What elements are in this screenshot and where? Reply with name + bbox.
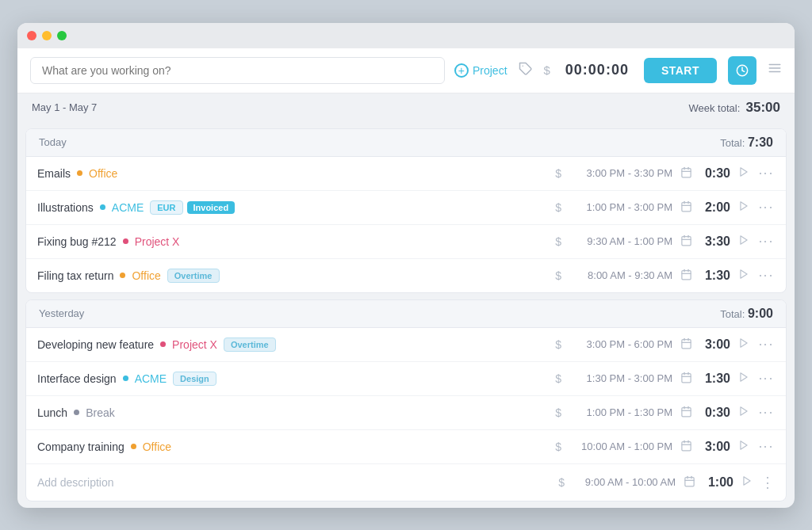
project-dot bbox=[131, 444, 136, 449]
entry-description[interactable]: Filing tax return Office Overtime bbox=[37, 269, 547, 283]
table-row: Emails Office $ 3:00 PM - 3:30 PM 0:30 bbox=[26, 157, 786, 191]
svg-marker-49 bbox=[744, 477, 750, 486]
more-icon[interactable]: ⋮ bbox=[757, 200, 775, 215]
day-total-value: 9:00 bbox=[748, 307, 773, 320]
calendar-icon[interactable] bbox=[680, 440, 692, 454]
calendar-icon[interactable] bbox=[680, 406, 692, 420]
dollar-icon[interactable]: $ bbox=[544, 63, 550, 77]
project-name[interactable]: ACME bbox=[112, 201, 144, 214]
play-icon[interactable] bbox=[741, 475, 753, 489]
entry-duration: 1:30 bbox=[700, 372, 730, 386]
more-icon[interactable]: ⋮ bbox=[757, 406, 775, 420]
titlebar bbox=[17, 23, 795, 48]
start-button[interactable]: START bbox=[644, 58, 717, 83]
project-dot bbox=[77, 170, 82, 176]
table-row: Lunch Break $ 1:00 PM - 1:30 PM 0:30 bbox=[26, 396, 786, 430]
week-range: May 1 - May 7 bbox=[32, 101, 97, 113]
table-row: Illustrations ACME EURInvoiced $ 1:00 PM… bbox=[26, 191, 786, 225]
dollar-icon: $ bbox=[555, 269, 561, 282]
tags-group: Design bbox=[173, 372, 216, 386]
calendar-icon[interactable] bbox=[680, 166, 692, 181]
project-name[interactable]: Office bbox=[132, 269, 160, 282]
entry-duration: 3:00 bbox=[700, 440, 730, 454]
add-project-button[interactable]: + Project bbox=[454, 63, 508, 78]
week-total-value: 35:00 bbox=[746, 100, 780, 115]
entry-time-range: 1:00 PM - 3:00 PM bbox=[569, 201, 672, 213]
more-icon[interactable]: ⋮ bbox=[757, 440, 775, 454]
dollar-icon: $ bbox=[555, 201, 561, 214]
tag-icon[interactable] bbox=[519, 62, 533, 79]
calendar-icon[interactable] bbox=[684, 475, 695, 490]
day-section-0: Today Total: 7:30 Emails Office $ 3:00 P… bbox=[25, 128, 787, 293]
project-name[interactable]: ACME bbox=[135, 372, 167, 385]
project-dot bbox=[123, 376, 128, 381]
svg-marker-44 bbox=[741, 441, 747, 450]
entry-time-range: 3:00 PM - 3:30 PM bbox=[569, 167, 672, 179]
calendar-icon[interactable] bbox=[680, 200, 692, 215]
table-row: Filing tax return Office Overtime $ 8:00… bbox=[26, 259, 786, 292]
entry-description[interactable]: Lunch Break bbox=[37, 406, 547, 419]
project-name[interactable]: Project X bbox=[135, 235, 180, 248]
entry-text: Fixing bug #212 bbox=[37, 235, 117, 248]
entry-duration: 0:30 bbox=[700, 166, 730, 181]
entry-description[interactable]: Add description bbox=[37, 476, 550, 489]
play-icon[interactable] bbox=[738, 372, 749, 385]
tag-badge: Design bbox=[173, 372, 216, 386]
calendar-icon[interactable] bbox=[680, 372, 692, 386]
entry-time-range: 1:00 PM - 1:30 PM bbox=[569, 406, 672, 418]
more-icon[interactable]: ⋮ bbox=[757, 269, 775, 283]
menu-icon[interactable] bbox=[768, 61, 782, 79]
svg-marker-19 bbox=[741, 236, 747, 245]
table-row: Company training Office $ 10:00 AM - 1:0… bbox=[26, 430, 786, 464]
project-label: Project bbox=[473, 64, 508, 77]
play-icon[interactable] bbox=[738, 166, 749, 180]
entry-time-range: 8:00 AM - 9:30 AM bbox=[569, 269, 672, 281]
dollar-icon: $ bbox=[555, 440, 561, 453]
more-icon[interactable]: ⋮ bbox=[757, 166, 775, 181]
entry-description[interactable]: Emails Office bbox=[37, 167, 547, 180]
calendar-icon[interactable] bbox=[680, 234, 692, 249]
project-name[interactable]: Office bbox=[143, 440, 171, 453]
more-icon[interactable]: ⋮ bbox=[757, 337, 775, 352]
clock-mode-button[interactable] bbox=[728, 56, 756, 85]
svg-marker-14 bbox=[741, 202, 747, 211]
more-icon[interactable]: ⋮ bbox=[760, 474, 775, 491]
svg-rect-30 bbox=[682, 373, 691, 382]
day-header-1: Yesterday Total: 9:00 bbox=[26, 300, 786, 328]
play-icon[interactable] bbox=[738, 269, 749, 282]
entry-duration: 2:00 bbox=[700, 200, 730, 215]
project-name[interactable]: Project X bbox=[172, 338, 217, 351]
more-icon[interactable]: ⋮ bbox=[757, 234, 775, 249]
entry-time-range: 9:30 AM - 1:00 PM bbox=[569, 235, 672, 247]
play-icon[interactable] bbox=[738, 440, 749, 453]
dollar-icon: $ bbox=[555, 406, 561, 419]
project-dot bbox=[120, 273, 125, 278]
calendar-icon[interactable] bbox=[680, 337, 692, 352]
close-dot[interactable] bbox=[27, 31, 36, 40]
calendar-icon[interactable] bbox=[680, 269, 692, 283]
play-icon[interactable] bbox=[738, 406, 749, 419]
search-input[interactable] bbox=[30, 57, 445, 84]
plus-circle-icon: + bbox=[454, 63, 469, 78]
entry-description[interactable]: Developing new feature Project X Overtim… bbox=[37, 337, 547, 352]
table-row: Developing new feature Project X Overtim… bbox=[26, 328, 786, 362]
maximize-dot[interactable] bbox=[57, 31, 67, 40]
entry-description[interactable]: Interface design ACME Design bbox=[37, 372, 547, 386]
play-icon[interactable] bbox=[738, 200, 749, 214]
project-name[interactable]: Break bbox=[86, 406, 115, 419]
entry-time-range: 1:30 PM - 3:00 PM bbox=[569, 372, 672, 384]
add-description-text: Add description bbox=[37, 476, 114, 489]
table-row: Interface design ACME Design $ 1:30 PM -… bbox=[26, 362, 786, 396]
week-header: May 1 - May 7 Week total: 35:00 bbox=[17, 93, 795, 122]
entry-description[interactable]: Illustrations ACME EURInvoiced bbox=[37, 200, 547, 215]
play-icon[interactable] bbox=[738, 234, 749, 248]
entry-text: Developing new feature bbox=[37, 338, 154, 351]
table-row: Add description $ 9:00 AM - 10:00 AM 1:0… bbox=[26, 464, 786, 501]
entry-description[interactable]: Fixing bug #212 Project X bbox=[37, 235, 547, 248]
entry-description[interactable]: Company training Office bbox=[37, 440, 547, 453]
play-icon[interactable] bbox=[738, 337, 749, 351]
minimize-dot[interactable] bbox=[42, 31, 52, 40]
project-name[interactable]: Office bbox=[89, 167, 117, 180]
more-icon[interactable]: ⋮ bbox=[757, 372, 775, 386]
svg-marker-29 bbox=[741, 339, 747, 348]
